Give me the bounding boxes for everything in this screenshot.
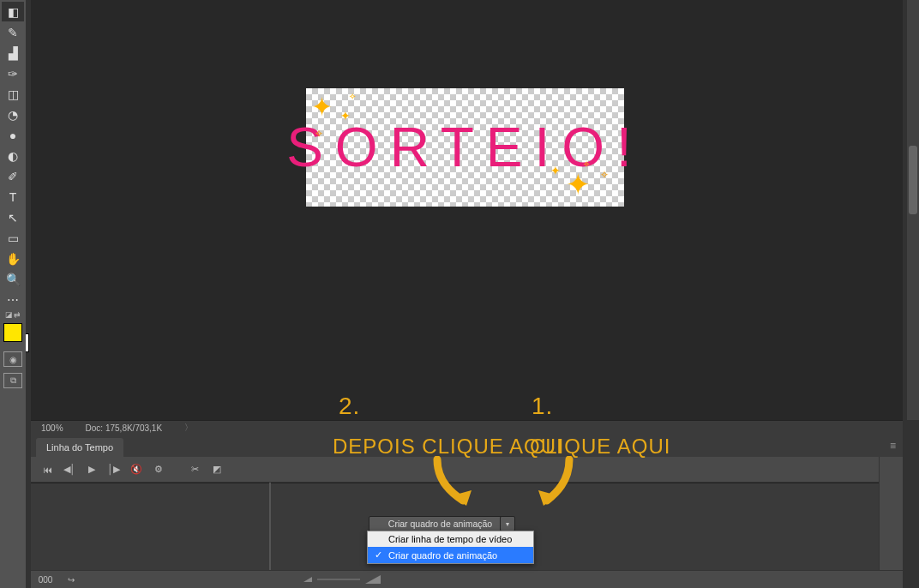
- create-timeline-menu: Criar linha de tempo de vídeo ✓ Criar qu…: [367, 531, 534, 564]
- annotation-text-1: CLIQUE AQUI: [530, 435, 670, 459]
- quick-mask-icon[interactable]: ◉: [3, 351, 22, 367]
- zoom-track[interactable]: [317, 579, 360, 580]
- annotation-arrow-2: [429, 456, 480, 518]
- annotation-arrow-1: [528, 456, 580, 518]
- document-info[interactable]: Doc: 175,8K/703,1K: [86, 423, 163, 433]
- brush-tool-icon[interactable]: ✎: [2, 22, 24, 42]
- foreground-color[interactable]: [3, 323, 22, 342]
- menu-item-frame-animation[interactable]: ✓ Criar quadro de animação: [368, 547, 533, 563]
- mute-button[interactable]: 🔇: [127, 460, 146, 479]
- document-canvas[interactable]: SORTEIO! ✦ ✦ ✧ ✧ ✦ ✦ ✧ ✧: [306, 88, 624, 207]
- next-frame-button[interactable]: │▶: [105, 460, 123, 479]
- annotation-number-2: 2.: [339, 393, 360, 420]
- more-tools-icon[interactable]: ⋯: [2, 290, 24, 309]
- play-button[interactable]: ▶: [82, 460, 101, 479]
- prev-frame-button[interactable]: ◀│: [60, 460, 79, 479]
- track-right-gutter: [879, 457, 903, 572]
- cut-button[interactable]: ✂: [185, 460, 204, 479]
- transition-button[interactable]: ◩: [207, 460, 226, 479]
- annotation-number-1: 1.: [532, 393, 553, 420]
- settings-button[interactable]: ⚙: [149, 460, 168, 479]
- convert-timeline-icon[interactable]: ↪: [62, 573, 81, 586]
- rectangle-tool-icon[interactable]: ▭: [2, 228, 24, 248]
- first-frame-button[interactable]: ⏮: [38, 460, 57, 479]
- create-frame-dropdown-toggle[interactable]: ▾: [500, 516, 515, 531]
- swap-colors-icon[interactable]: ◪⇄: [2, 310, 24, 319]
- path-select-icon[interactable]: ↖: [2, 207, 24, 227]
- screen-mode-icon[interactable]: ⧉: [3, 373, 22, 388]
- bucket-tool-icon[interactable]: ◔: [2, 105, 24, 124]
- hand-tool-icon[interactable]: ✋: [2, 249, 24, 268]
- track-divider: [269, 483, 271, 572]
- stamp-tool-icon[interactable]: ▟: [2, 43, 24, 63]
- eraser-tool-icon[interactable]: ◧: [2, 2, 24, 21]
- zoom-in-icon[interactable]: [365, 575, 381, 584]
- dodge-tool-icon[interactable]: ◐: [2, 146, 24, 165]
- right-scroll-strip: [907, 0, 919, 420]
- zoom-out-icon[interactable]: [303, 577, 312, 582]
- create-frame-animation-button[interactable]: Criar quadro de animação: [369, 516, 512, 531]
- timeline-footer: 000 ↪: [31, 570, 903, 588]
- zoom-tool-icon[interactable]: 🔍: [2, 269, 24, 289]
- status-menu-icon[interactable]: 〉: [184, 422, 193, 434]
- annotation-text-2: DEPOIS CLIQUE AQUI: [333, 435, 563, 459]
- menu-item-video-timeline[interactable]: Criar linha de tempo de vídeo: [368, 531, 533, 547]
- timeline-tab[interactable]: Linha do Tempo: [36, 438, 123, 457]
- history-brush-icon[interactable]: ✑: [2, 63, 24, 83]
- timeline-zoom-slider[interactable]: [303, 571, 381, 588]
- gradient-tool-icon[interactable]: ◫: [2, 84, 24, 104]
- status-bar: 100% Doc: 175,8K/703,1K 〉: [31, 420, 903, 435]
- check-icon: ✓: [375, 549, 385, 561]
- scrollbar-thumb[interactable]: [909, 146, 917, 214]
- pen-tool-icon[interactable]: ✐: [2, 166, 24, 186]
- zoom-readout[interactable]: 100%: [41, 423, 63, 433]
- frame-counter[interactable]: 000: [36, 573, 55, 586]
- blur-tool-icon[interactable]: ●: [2, 125, 24, 145]
- type-tool-icon[interactable]: T: [2, 187, 24, 207]
- panel-menu-icon[interactable]: ≡: [890, 440, 896, 452]
- tool-palette: ◧ ✎ ▟ ✑ ◫ ◔ ● ◐ ✐ T ↖ ▭ ✋ 🔍 ⋯ ◪⇄ ◉ ⧉: [0, 0, 26, 588]
- canvas-area[interactable]: SORTEIO! ✦ ✦ ✧ ✧ ✦ ✦ ✧ ✧: [31, 0, 903, 420]
